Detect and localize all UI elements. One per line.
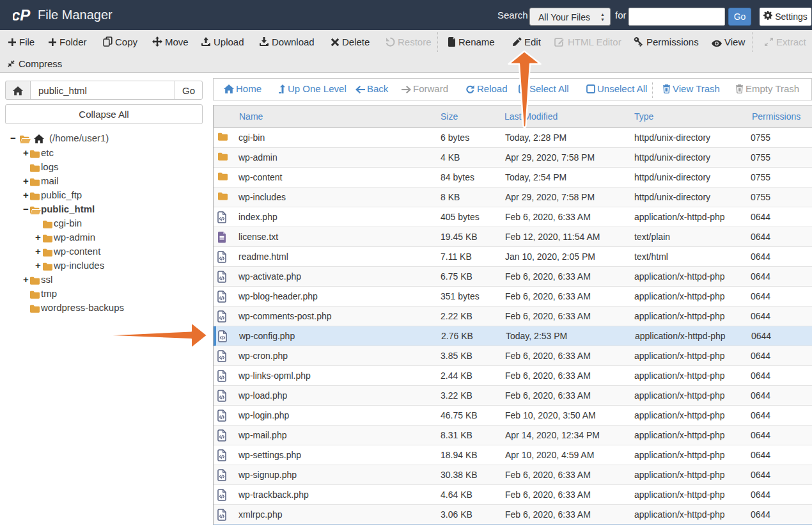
svg-text:cP: cP [13, 8, 31, 23]
